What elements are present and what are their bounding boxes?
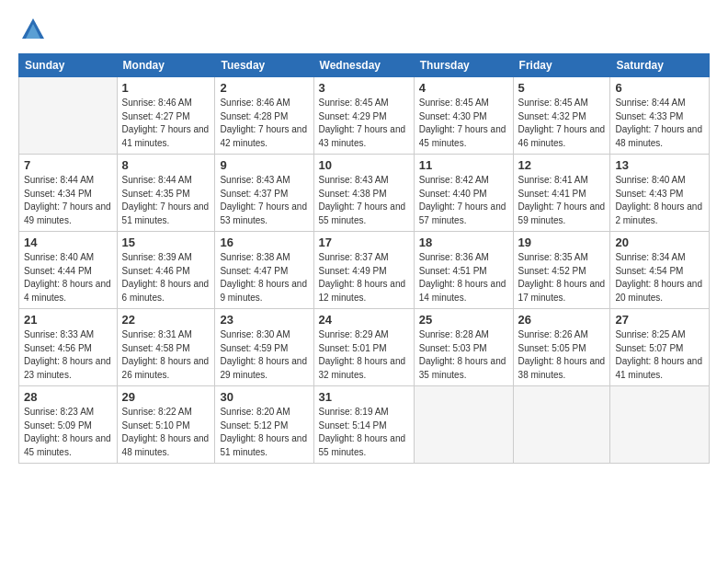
day-cell: 2 Sunrise: 8:46 AM Sunset: 4:28 PM Dayli…: [215, 77, 313, 155]
day-info: Sunrise: 8:19 AM Sunset: 5:14 PM Dayligh…: [319, 406, 409, 459]
daylight: Daylight: 8 hours and 9 minutes.: [220, 279, 307, 303]
day-cell: 19 Sunrise: 8:35 AM Sunset: 4:52 PM Dayl…: [513, 232, 610, 309]
day-number: 30: [220, 390, 308, 404]
week-row-3: 14 Sunrise: 8:40 AM Sunset: 4:44 PM Dayl…: [19, 232, 710, 309]
sunrise: Sunrise: 8:29 AM: [319, 329, 389, 339]
day-info: Sunrise: 8:38 AM Sunset: 4:47 PM Dayligh…: [220, 251, 308, 304]
sunrise: Sunrise: 8:41 AM: [518, 175, 588, 185]
sunset: Sunset: 4:58 PM: [122, 343, 190, 353]
day-info: Sunrise: 8:20 AM Sunset: 5:12 PM Dayligh…: [220, 406, 308, 459]
sunrise: Sunrise: 8:43 AM: [220, 175, 290, 185]
day-cell: 5 Sunrise: 8:45 AM Sunset: 4:32 PM Dayli…: [513, 77, 610, 155]
day-info: Sunrise: 8:39 AM Sunset: 4:46 PM Dayligh…: [122, 251, 210, 304]
sunrise: Sunrise: 8:33 AM: [24, 329, 94, 339]
sunset: Sunset: 4:54 PM: [615, 266, 683, 276]
day-number: 31: [319, 390, 409, 404]
day-cell: 16 Sunrise: 8:38 AM Sunset: 4:47 PM Dayl…: [215, 232, 313, 309]
sunrise: Sunrise: 8:40 AM: [24, 252, 94, 262]
daylight: Daylight: 7 hours and 57 minutes.: [419, 201, 506, 225]
day-info: Sunrise: 8:40 AM Sunset: 4:44 PM Dayligh…: [24, 251, 112, 304]
day-cell: 22 Sunrise: 8:31 AM Sunset: 4:58 PM Dayl…: [117, 309, 215, 386]
daylight: Daylight: 8 hours and 32 minutes.: [319, 356, 406, 380]
day-cell: 30 Sunrise: 8:20 AM Sunset: 5:12 PM Dayl…: [215, 386, 313, 464]
sunset: Sunset: 4:35 PM: [122, 189, 190, 199]
sunset: Sunset: 4:43 PM: [615, 189, 683, 199]
daylight: Daylight: 8 hours and 14 minutes.: [419, 279, 506, 303]
sunrise: Sunrise: 8:31 AM: [122, 329, 192, 339]
sunset: Sunset: 5:01 PM: [319, 343, 387, 353]
header: [18, 15, 710, 44]
calendar-table: SundayMondayTuesdayWednesdayThursdayFrid…: [18, 53, 710, 464]
weekday-header-wednesday: Wednesday: [313, 54, 414, 77]
day-cell: 6 Sunrise: 8:44 AM Sunset: 4:33 PM Dayli…: [610, 77, 710, 155]
daylight: Daylight: 7 hours and 59 minutes.: [518, 201, 606, 225]
sunrise: Sunrise: 8:40 AM: [615, 175, 685, 185]
daylight: Daylight: 8 hours and 38 minutes.: [518, 356, 606, 380]
day-cell: 8 Sunrise: 8:44 AM Sunset: 4:35 PM Dayli…: [117, 155, 215, 232]
week-row-5: 28 Sunrise: 8:23 AM Sunset: 5:09 PM Dayl…: [19, 386, 710, 464]
daylight: Daylight: 8 hours and 12 minutes.: [319, 279, 406, 303]
daylight: Daylight: 7 hours and 51 minutes.: [122, 201, 210, 225]
day-info: Sunrise: 8:30 AM Sunset: 4:59 PM Dayligh…: [220, 328, 308, 382]
day-number: 24: [319, 313, 409, 327]
day-cell: 23 Sunrise: 8:30 AM Sunset: 4:59 PM Dayl…: [215, 309, 313, 386]
day-number: 3: [319, 81, 409, 95]
day-info: Sunrise: 8:37 AM Sunset: 4:49 PM Dayligh…: [319, 251, 409, 304]
day-number: 13: [615, 158, 704, 172]
week-row-4: 21 Sunrise: 8:33 AM Sunset: 4:56 PM Dayl…: [19, 309, 710, 386]
sunrise: Sunrise: 8:28 AM: [419, 329, 489, 339]
day-cell: 10 Sunrise: 8:43 AM Sunset: 4:38 PM Dayl…: [313, 155, 414, 232]
day-number: 8: [122, 158, 210, 172]
day-info: Sunrise: 8:44 AM Sunset: 4:34 PM Dayligh…: [24, 174, 112, 227]
sunrise: Sunrise: 8:46 AM: [122, 98, 192, 108]
day-info: Sunrise: 8:36 AM Sunset: 4:51 PM Dayligh…: [419, 251, 508, 304]
day-info: Sunrise: 8:35 AM Sunset: 4:52 PM Dayligh…: [518, 251, 606, 304]
day-number: 11: [419, 158, 508, 172]
sunset: Sunset: 4:56 PM: [24, 343, 92, 353]
day-cell: 1 Sunrise: 8:46 AM Sunset: 4:27 PM Dayli…: [117, 77, 215, 155]
day-info: Sunrise: 8:40 AM Sunset: 4:43 PM Dayligh…: [615, 174, 704, 227]
sunset: Sunset: 4:28 PM: [220, 111, 288, 121]
sunrise: Sunrise: 8:46 AM: [220, 98, 290, 108]
day-number: 1: [122, 81, 210, 95]
calendar-body: 1 Sunrise: 8:46 AM Sunset: 4:27 PM Dayli…: [19, 77, 710, 464]
day-info: Sunrise: 8:43 AM Sunset: 4:37 PM Dayligh…: [220, 174, 308, 227]
day-number: 19: [518, 236, 606, 249]
sunset: Sunset: 4:32 PM: [518, 111, 586, 121]
daylight: Daylight: 7 hours and 53 minutes.: [220, 201, 307, 225]
sunrise: Sunrise: 8:45 AM: [419, 98, 489, 108]
sunrise: Sunrise: 8:19 AM: [319, 407, 389, 417]
day-cell: 13 Sunrise: 8:40 AM Sunset: 4:43 PM Dayl…: [610, 155, 710, 232]
daylight: Daylight: 7 hours and 42 minutes.: [220, 124, 307, 148]
day-number: 12: [518, 158, 606, 172]
weekday-header-thursday: Thursday: [414, 54, 513, 77]
day-info: Sunrise: 8:25 AM Sunset: 5:07 PM Dayligh…: [615, 328, 704, 382]
day-cell: 7 Sunrise: 8:44 AM Sunset: 4:34 PM Dayli…: [19, 155, 118, 232]
day-info: Sunrise: 8:44 AM Sunset: 4:33 PM Dayligh…: [615, 97, 704, 150]
day-info: Sunrise: 8:31 AM Sunset: 4:58 PM Dayligh…: [122, 328, 210, 382]
sunset: Sunset: 4:47 PM: [220, 266, 288, 276]
day-number: 5: [518, 81, 606, 95]
day-number: 22: [122, 313, 210, 327]
sunrise: Sunrise: 8:39 AM: [122, 252, 192, 262]
day-number: 7: [24, 158, 112, 172]
day-cell: 26 Sunrise: 8:26 AM Sunset: 5:05 PM Dayl…: [513, 309, 610, 386]
sunset: Sunset: 4:40 PM: [419, 189, 487, 199]
weekday-header-row: SundayMondayTuesdayWednesdayThursdayFrid…: [19, 54, 710, 77]
day-cell: 17 Sunrise: 8:37 AM Sunset: 4:49 PM Dayl…: [313, 232, 414, 309]
day-number: 26: [518, 313, 606, 327]
sunset: Sunset: 5:12 PM: [220, 420, 288, 431]
sunset: Sunset: 4:59 PM: [220, 343, 288, 353]
day-info: Sunrise: 8:26 AM Sunset: 5:05 PM Dayligh…: [518, 328, 606, 382]
day-info: Sunrise: 8:41 AM Sunset: 4:41 PM Dayligh…: [518, 174, 606, 227]
day-cell: [610, 386, 710, 464]
day-cell: 31 Sunrise: 8:19 AM Sunset: 5:14 PM Dayl…: [313, 386, 414, 464]
sunrise: Sunrise: 8:43 AM: [319, 175, 389, 185]
day-cell: 14 Sunrise: 8:40 AM Sunset: 4:44 PM Dayl…: [19, 232, 118, 309]
sunset: Sunset: 4:46 PM: [122, 266, 190, 276]
weekday-header-sunday: Sunday: [19, 54, 118, 77]
sunset: Sunset: 5:14 PM: [319, 420, 387, 431]
day-number: 25: [419, 313, 508, 327]
sunrise: Sunrise: 8:20 AM: [220, 407, 290, 417]
daylight: Daylight: 8 hours and 23 minutes.: [24, 356, 111, 380]
